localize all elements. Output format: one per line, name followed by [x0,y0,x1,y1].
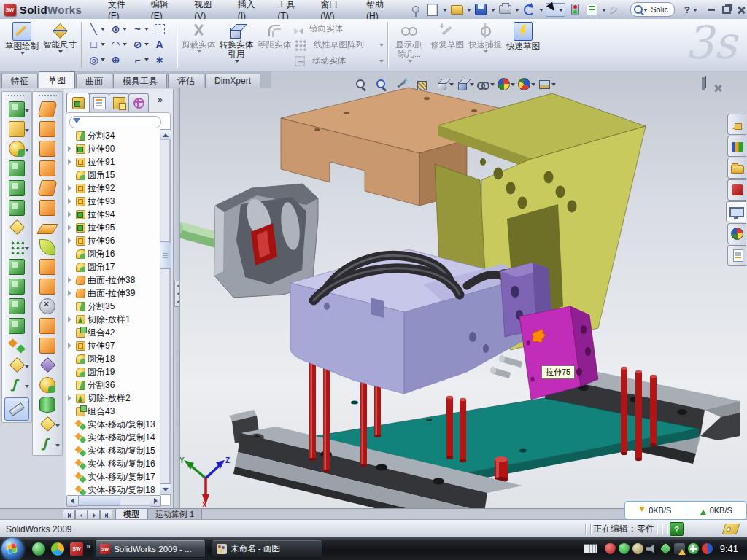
parting-surface[interactable] [35,139,60,158]
ruled-surface[interactable] [35,276,60,296]
display-style-icon[interactable] [457,78,474,90]
tree-item[interactable]: 曲面-拉伸38 [68,273,161,287]
indent-tool[interactable] [4,198,29,217]
tree-item[interactable]: 拉伸97 [68,339,161,352]
toolbar-grip[interactable] [7,94,26,97]
tree-item[interactable]: 拉伸90 [68,142,161,155]
delete-face[interactable] [35,296,60,316]
tree-vscrollbar-thumb[interactable] [160,241,171,269]
featuremanager-tab[interactable] [66,93,90,112]
quick-tips-button[interactable]: ? [670,522,684,536]
save-button[interactable] [473,3,488,17]
start-button[interactable] [1,538,23,560]
commandbar-button[interactable]: 快速捕捉 [466,19,504,71]
commandbar-button[interactable]: 快速草图 [504,19,542,71]
text-tool[interactable]: A [151,38,173,50]
tree-item[interactable]: 拉伸95 [68,221,161,234]
model-tab[interactable]: 模型 [115,509,147,520]
tree-item[interactable]: 拉伸94 [68,208,161,221]
splitter-grip[interactable] [174,281,180,307]
commandbar-button[interactable]: 等距实体 [255,19,293,71]
selection-box-tool[interactable] [151,24,173,34]
extruded-cut[interactable] [4,158,29,178]
wand-tool[interactable] [35,414,60,434]
cavity-tool[interactable] [4,178,29,198]
search-box[interactable]: Solic [630,2,675,17]
rebuild-button[interactable] [568,3,582,17]
tree-item[interactable]: 圆角15 [68,168,161,182]
scale-tool[interactable] [4,217,29,237]
custom-properties-tab[interactable] [727,245,746,266]
sketch-fillet-tool[interactable]: ⌐ [129,53,151,66]
tree-filter-input[interactable] [69,116,161,128]
solidworks-media-tab[interactable] [727,179,746,201]
taskbar-task-button[interactable]: SW SolidWorks 2009 - ... [95,540,206,558]
tree-item[interactable]: 实体-移动/复制14 [68,431,161,444]
quicklaunch-solidworks[interactable]: SW [70,542,83,556]
commandbar-stack-button[interactable]: 线性草图阵列 [293,38,385,52]
circle-tool[interactable]: ⊙ [107,23,129,35]
extruded-boss[interactable] [4,99,29,119]
tree-item[interactable]: 圆角19 [68,365,161,378]
taskbar-task-button[interactable]: 未命名 - 画图 [212,540,322,558]
offset-surface[interactable] [35,257,60,276]
commandbar-button[interactable]: 转换实体引用 [217,19,255,71]
commandbar-stack-button[interactable]: 镜向实体 [293,22,385,36]
options-button[interactable] [584,3,599,17]
draft-analysis[interactable] [4,355,29,375]
commandmanager-tab[interactable]: 评估 [168,74,204,88]
toolbar-grip[interactable] [38,94,57,97]
print-button[interactable] [498,3,512,17]
tray-health-icon[interactable] [688,543,699,554]
extend-surface[interactable] [35,316,60,335]
input-method-icon[interactable] [584,544,597,553]
minimize-button[interactable] [705,4,718,15]
tree-item[interactable]: 圆角18 [68,352,161,365]
commandmanager-tab[interactable]: 草图 [39,71,75,88]
pin-icon[interactable] [409,3,423,17]
tray-sync-icon[interactable] [702,543,713,554]
pattern-tool[interactable] [4,237,29,257]
search-input[interactable]: Solic [651,5,668,14]
commandbar-button[interactable]: 显示/删除几... [390,19,428,71]
tray-volume-icon[interactable] [646,543,657,554]
tray-network-warning-icon[interactable] [674,543,685,554]
commandbar-button[interactable]: 草图绘制 [3,19,41,71]
spline-curve-tool[interactable] [4,375,29,394]
tree-item[interactable]: 组合42 [68,326,161,339]
tree-item[interactable]: 实体-移动/复制16 [68,457,161,470]
move-body-tool[interactable] [4,296,29,316]
freeform-spline[interactable] [35,434,60,454]
tooling-split[interactable] [35,158,60,178]
rectangle-tool[interactable]: □ [85,38,107,50]
tray-usb-icon[interactable] [659,543,671,555]
filter-wand-icon[interactable] [395,78,413,90]
edit-appearance-icon[interactable] [498,78,515,90]
tree-hscrollbar-thumb[interactable] [78,495,120,506]
file-explorer-tab[interactable] [727,158,746,179]
design-library-tab[interactable] [727,136,746,157]
tree-item[interactable]: 实体-移动/复制17 [68,470,161,483]
section-view-icon[interactable] [416,78,433,90]
shut-off-surface[interactable] [35,119,60,139]
commandmanager-tab[interactable]: 模具工具 [113,74,167,88]
parting-line[interactable] [35,99,60,119]
quicklaunch-overflow[interactable]: » [86,542,90,551]
tree-item[interactable]: 曲面-拉伸39 [68,287,161,300]
ellipse-tool[interactable]: ⊘ [129,38,151,50]
tree-item[interactable]: 实体-移动/复制15 [68,444,161,457]
model-tab[interactable]: 运动算例 1 [147,509,202,520]
knit-surface[interactable] [35,237,60,257]
revolved-boss[interactable] [4,119,29,139]
tree-item[interactable]: 实体-移动/复制13 [68,418,161,431]
open-file-button[interactable] [449,3,464,17]
tree-item[interactable]: 分割35 [68,300,161,313]
view-palette-tab[interactable] [726,201,746,222]
tree-vscrollbar-track[interactable] [160,139,170,486]
trim-surface[interactable] [35,335,60,355]
view-settings-icon[interactable] [538,78,556,90]
new-file-button[interactable] [425,3,440,17]
tray-shield-icon[interactable] [619,543,630,554]
close-button[interactable] [735,4,747,15]
tree-item[interactable]: 拉伸91 [68,155,161,168]
